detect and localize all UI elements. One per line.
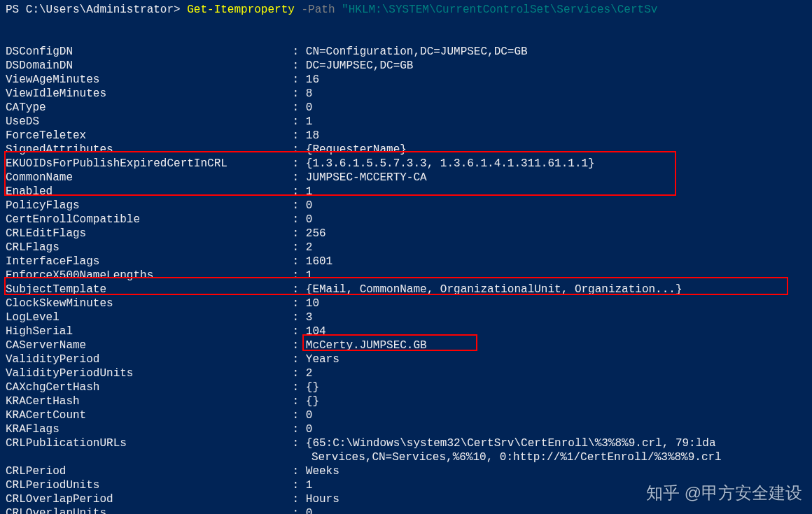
property-key: ViewAgeMinutes [6, 73, 286, 87]
property-row: CRLPeriod : Weeks [6, 464, 806, 478]
property-separator: : [286, 352, 306, 366]
property-separator: : [286, 241, 306, 255]
property-key: DSConfigDN [6, 45, 286, 59]
property-key: CRLPeriod [6, 464, 286, 478]
property-value: 104 [306, 324, 326, 338]
property-key: InterfaceFlags [6, 255, 286, 269]
property-row: SubjectTemplate : {EMail, CommonName, Or… [6, 283, 806, 297]
property-row: CAServerName : McCerty.JUMPSEC.GB [6, 338, 806, 352]
property-row: CAXchgCertHash : {} [6, 380, 806, 394]
property-value: 8 [306, 87, 313, 101]
property-key: EKUOIDsForPublishExpiredCertInCRL [6, 157, 286, 171]
property-separator: : [286, 297, 306, 310]
property-separator: : [286, 129, 306, 143]
property-row: CommonName : JUMPSEC-MCCERTY-CA [6, 171, 806, 185]
property-separator: : [286, 45, 306, 59]
property-key: PolicyFlags [6, 199, 286, 213]
property-separator: : [286, 338, 306, 352]
property-key: CRLEditFlags [6, 227, 286, 241]
property-row: InterfaceFlags : 1601 [6, 255, 806, 269]
property-key: CAServerName [6, 338, 286, 352]
property-separator: : [286, 73, 306, 87]
property-row: CRLEditFlags : 256 [6, 227, 806, 241]
property-value: Years [306, 352, 340, 366]
property-separator: : [286, 394, 306, 408]
param-flag: -Path [295, 3, 342, 16]
property-row: UseDS : 1 [6, 115, 806, 129]
ps-path-prompt: PS C:\Users\Administrator> [6, 3, 187, 16]
property-row: ClockSkewMinutes : 10 [6, 297, 806, 310]
property-value: DC=JUMPSEC,DC=GB [306, 59, 414, 73]
property-row: CertEnrollCompatible : 0 [6, 213, 806, 227]
property-key: KRACertHash [6, 394, 286, 408]
property-value: {} [306, 394, 319, 408]
property-key: DSDomainDN [6, 59, 286, 73]
property-row: CRLOverlapPeriod : Hours [6, 492, 806, 506]
property-value: 1 [306, 185, 313, 199]
property-value: 0 [306, 422, 313, 436]
property-row: DSDomainDN : DC=JUMPSEC,DC=GB [6, 59, 806, 73]
property-key: CRLPublicationURLs [6, 436, 286, 450]
property-value: McCerty.JUMPSEC.GB [306, 338, 427, 352]
property-row: ValidityPeriodUnits : 2 [6, 366, 806, 380]
property-value: 1601 [306, 255, 332, 269]
property-separator: : [286, 255, 306, 269]
property-row: ViewIdleMinutes : 8 [6, 87, 806, 101]
property-row: ValidityPeriod : Years [6, 352, 806, 366]
property-separator: : [286, 492, 306, 506]
property-key: SignedAttributes [6, 143, 286, 157]
property-key: UseDS [6, 115, 286, 129]
property-value: 0 [306, 408, 313, 422]
property-separator: : [286, 115, 306, 129]
property-separator: : [286, 199, 306, 213]
property-key: CRLOverlapPeriod [6, 492, 286, 506]
property-key: ValidityPeriodUnits [6, 366, 286, 380]
property-key: CommonName [6, 171, 286, 185]
property-separator: : [286, 283, 306, 297]
property-separator: : [286, 59, 306, 73]
property-key: CertEnrollCompatible [6, 213, 286, 227]
property-key: SubjectTemplate [6, 283, 286, 297]
output-properties: DSConfigDN : CN=Configuration,DC=JUMPSEC… [6, 45, 806, 514]
property-key: KRACertCount [6, 408, 286, 422]
property-key: ValidityPeriod [6, 352, 286, 366]
property-row: KRAFlags : 0 [6, 422, 806, 436]
prompt-line[interactable]: PS C:\Users\Administrator> Get-Itemprope… [6, 3, 806, 17]
property-row: KRACertHash : {} [6, 394, 806, 408]
property-value: {} [306, 380, 319, 394]
property-key: KRAFlags [6, 422, 286, 436]
property-key: CRLFlags [6, 241, 286, 255]
property-separator: : [286, 324, 306, 338]
property-separator: : [286, 269, 306, 283]
property-key: ViewIdleMinutes [6, 87, 286, 101]
property-value: {EMail, CommonName, OrganizationalUnit, … [306, 283, 682, 297]
property-value: 18 [306, 129, 319, 143]
property-key: CAXchgCertHash [6, 380, 286, 394]
property-value: 256 [306, 227, 326, 241]
property-value: 0 [306, 213, 313, 227]
property-key: CRLOverlapUnits [6, 506, 286, 514]
property-row: CRLOverlapUnits : 0 [6, 506, 806, 514]
property-separator: : [286, 506, 306, 514]
property-value-continuation: Services,CN=Services,%6%10, 0:http://%1/… [6, 450, 806, 464]
property-value: 2 [306, 241, 313, 255]
property-value: 0 [306, 199, 313, 213]
property-row: CRLPeriodUnits : 1 [6, 478, 806, 492]
property-separator: : [286, 213, 306, 227]
property-row: ViewAgeMinutes : 16 [6, 73, 806, 87]
property-value: 0 [306, 506, 313, 514]
property-key: LogLevel [6, 310, 286, 324]
property-separator: : [286, 380, 306, 394]
property-row: Enabled : 1 [6, 185, 806, 199]
property-value: {1.3.6.1.5.5.7.3.3, 1.3.6.1.4.1.311.61.1… [306, 157, 595, 171]
property-separator: : [286, 436, 306, 450]
property-separator: : [286, 143, 306, 157]
property-value: 1 [306, 478, 313, 492]
property-separator: : [286, 464, 306, 478]
property-value: JUMPSEC-MCCERTY-CA [306, 171, 427, 185]
property-value: 0 [306, 101, 313, 115]
property-row: SignedAttributes : {RequesterName} [6, 143, 806, 157]
property-value: Weeks [306, 464, 340, 478]
cmdlet: Get-Itemproperty [187, 3, 295, 16]
property-separator: : [286, 422, 306, 436]
